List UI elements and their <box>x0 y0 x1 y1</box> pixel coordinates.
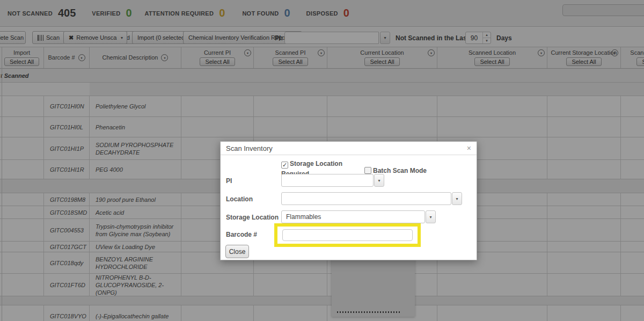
batch-scan-checkbox[interactable] <box>364 167 371 174</box>
scan-inventory-modal: Scan Inventory × ✓Storage Location Requi… <box>220 141 477 260</box>
barcode-field-input[interactable] <box>282 229 413 241</box>
storage-location-field-label: Storage Location <box>226 214 279 221</box>
modal-titlebar: Scan Inventory × <box>221 142 477 155</box>
storage-location-dropdown-button[interactable]: ▾ <box>426 210 436 223</box>
location-field-label: Location <box>226 195 253 203</box>
location-field-dropdown-button[interactable]: ▾ <box>452 192 462 205</box>
close-button[interactable]: Close <box>225 245 249 258</box>
location-field-combobox[interactable]: ▾ <box>281 192 462 205</box>
pi-field-input[interactable] <box>281 174 374 187</box>
storage-location-field-input[interactable]: Flammables <box>281 210 425 223</box>
storage-required-checkbox[interactable]: ✓ <box>281 162 288 169</box>
modal-title: Scan Inventory <box>226 144 467 152</box>
chemical-inventory-app: NOT SCANNED 405 VERIFIED 0 ATTENTION REQ… <box>0 0 644 321</box>
close-icon[interactable]: × <box>467 144 471 152</box>
batch-scan-label: Batch Scan Mode <box>373 167 427 174</box>
chevron-down-icon: ▾ <box>378 178 380 183</box>
barcode-field-label: Barcode # <box>226 231 257 238</box>
pi-field-combobox[interactable]: ▾ <box>281 174 384 187</box>
location-field-input[interactable] <box>281 192 451 205</box>
storage-location-field-combobox[interactable]: Flammables ▾ <box>281 210 436 223</box>
barcode-highlight-annotation <box>274 223 421 247</box>
pi-field-dropdown-button[interactable]: ▾ <box>374 174 384 187</box>
chevron-down-icon: ▾ <box>456 196 458 201</box>
chevron-down-icon: ▾ <box>429 215 431 220</box>
pi-field-label: PI <box>226 177 232 185</box>
